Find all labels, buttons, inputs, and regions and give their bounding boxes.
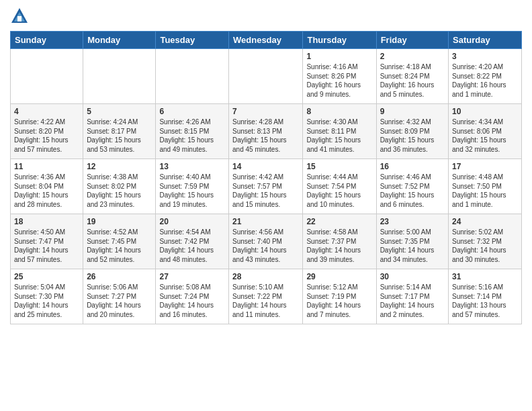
day-info: Sunrise: 5:04 AM Sunset: 7:30 PM Dayligh… — [14, 283, 79, 319]
days-header-row: SundayMondayTuesdayWednesdayThursdayFrid… — [11, 32, 522, 49]
day-cell: 27Sunrise: 5:08 AM Sunset: 7:24 PM Dayli… — [156, 269, 229, 324]
day-cell: 1Sunrise: 4:16 AM Sunset: 8:26 PM Daylig… — [303, 49, 376, 104]
day-cell: 17Sunrise: 4:48 AM Sunset: 7:50 PM Dayli… — [449, 159, 522, 214]
day-cell — [11, 49, 83, 104]
day-number: 19 — [87, 217, 152, 226]
day-info: Sunrise: 4:44 AM Sunset: 7:54 PM Dayligh… — [306, 173, 372, 209]
day-cell: 28Sunrise: 5:10 AM Sunset: 7:22 PM Dayli… — [229, 269, 303, 324]
week-row-3: 11Sunrise: 4:36 AM Sunset: 8:04 PM Dayli… — [11, 159, 522, 214]
day-number: 5 — [87, 107, 152, 116]
header — [10, 7, 522, 26]
day-info: Sunrise: 4:42 AM Sunset: 7:57 PM Dayligh… — [232, 173, 299, 209]
day-cell: 18Sunrise: 4:50 AM Sunset: 7:47 PM Dayli… — [11, 214, 83, 269]
day-cell: 3Sunrise: 4:20 AM Sunset: 8:22 PM Daylig… — [449, 49, 522, 104]
day-number: 3 — [452, 52, 518, 61]
day-info: Sunrise: 4:26 AM Sunset: 8:15 PM Dayligh… — [159, 118, 225, 154]
day-info: Sunrise: 4:50 AM Sunset: 7:47 PM Dayligh… — [14, 228, 79, 264]
day-number: 23 — [380, 217, 445, 226]
day-number: 15 — [306, 162, 372, 171]
day-number: 30 — [380, 272, 445, 281]
day-cell: 22Sunrise: 4:58 AM Sunset: 7:37 PM Dayli… — [303, 214, 376, 269]
week-row-4: 18Sunrise: 4:50 AM Sunset: 7:47 PM Dayli… — [11, 214, 522, 269]
day-info: Sunrise: 5:08 AM Sunset: 7:24 PM Dayligh… — [159, 283, 225, 319]
day-cell: 16Sunrise: 4:46 AM Sunset: 7:52 PM Dayli… — [376, 159, 448, 214]
day-info: Sunrise: 5:02 AM Sunset: 7:32 PM Dayligh… — [452, 228, 518, 264]
day-number: 11 — [14, 162, 79, 171]
day-number: 1 — [306, 52, 372, 61]
day-number: 17 — [452, 162, 518, 171]
day-info: Sunrise: 4:52 AM Sunset: 7:45 PM Dayligh… — [87, 228, 152, 264]
day-number: 18 — [14, 217, 79, 226]
day-info: Sunrise: 5:06 AM Sunset: 7:27 PM Dayligh… — [87, 283, 152, 319]
day-cell — [83, 49, 156, 104]
day-number: 28 — [232, 272, 299, 281]
day-info: Sunrise: 4:32 AM Sunset: 8:09 PM Dayligh… — [380, 118, 445, 154]
day-cell — [156, 49, 229, 104]
day-info: Sunrise: 4:22 AM Sunset: 8:20 PM Dayligh… — [14, 118, 79, 154]
day-info: Sunrise: 4:24 AM Sunset: 8:17 PM Dayligh… — [87, 118, 152, 154]
day-number: 31 — [452, 272, 518, 281]
day-header-friday: Friday — [376, 32, 448, 49]
day-cell: 10Sunrise: 4:34 AM Sunset: 8:06 PM Dayli… — [449, 104, 522, 159]
day-header-tuesday: Tuesday — [156, 32, 229, 49]
day-cell: 11Sunrise: 4:36 AM Sunset: 8:04 PM Dayli… — [11, 159, 83, 214]
day-cell: 8Sunrise: 4:30 AM Sunset: 8:11 PM Daylig… — [303, 104, 376, 159]
day-cell: 23Sunrise: 5:00 AM Sunset: 7:35 PM Dayli… — [376, 214, 448, 269]
logo-icon — [10, 7, 29, 26]
day-cell: 20Sunrise: 4:54 AM Sunset: 7:42 PM Dayli… — [156, 214, 229, 269]
day-header-monday: Monday — [83, 32, 156, 49]
day-info: Sunrise: 4:58 AM Sunset: 7:37 PM Dayligh… — [306, 228, 372, 264]
day-info: Sunrise: 5:10 AM Sunset: 7:22 PM Dayligh… — [232, 283, 299, 319]
day-cell: 6Sunrise: 4:26 AM Sunset: 8:15 PM Daylig… — [156, 104, 229, 159]
day-info: Sunrise: 4:18 AM Sunset: 8:24 PM Dayligh… — [380, 62, 445, 99]
day-info: Sunrise: 4:36 AM Sunset: 8:04 PM Dayligh… — [14, 173, 79, 209]
day-number: 12 — [87, 162, 152, 171]
day-number: 27 — [159, 272, 225, 281]
day-cell: 29Sunrise: 5:12 AM Sunset: 7:19 PM Dayli… — [303, 269, 376, 324]
day-cell: 30Sunrise: 5:14 AM Sunset: 7:17 PM Dayli… — [376, 269, 448, 324]
day-info: Sunrise: 4:16 AM Sunset: 8:26 PM Dayligh… — [306, 62, 372, 99]
day-info: Sunrise: 4:30 AM Sunset: 8:11 PM Dayligh… — [306, 118, 372, 154]
day-number: 2 — [380, 52, 445, 61]
day-number: 16 — [380, 162, 445, 171]
day-info: Sunrise: 5:16 AM Sunset: 7:14 PM Dayligh… — [452, 283, 518, 319]
day-cell: 9Sunrise: 4:32 AM Sunset: 8:09 PM Daylig… — [376, 104, 448, 159]
day-number: 26 — [87, 272, 152, 281]
day-header-saturday: Saturday — [449, 32, 522, 49]
day-number: 13 — [159, 162, 225, 171]
day-number: 10 — [452, 107, 518, 116]
day-info: Sunrise: 4:48 AM Sunset: 7:50 PM Dayligh… — [452, 173, 518, 209]
day-info: Sunrise: 4:54 AM Sunset: 7:42 PM Dayligh… — [159, 228, 225, 264]
week-row-5: 25Sunrise: 5:04 AM Sunset: 7:30 PM Dayli… — [11, 269, 522, 324]
day-cell: 12Sunrise: 4:38 AM Sunset: 8:02 PM Dayli… — [83, 159, 156, 214]
week-row-1: 1Sunrise: 4:16 AM Sunset: 8:26 PM Daylig… — [11, 49, 522, 104]
day-cell: 7Sunrise: 4:28 AM Sunset: 8:13 PM Daylig… — [229, 104, 303, 159]
day-cell: 19Sunrise: 4:52 AM Sunset: 7:45 PM Dayli… — [83, 214, 156, 269]
day-number: 7 — [232, 107, 299, 116]
calendar-table: SundayMondayTuesdayWednesdayThursdayFrid… — [10, 31, 522, 324]
day-number: 8 — [306, 107, 372, 116]
day-cell: 13Sunrise: 4:40 AM Sunset: 7:59 PM Dayli… — [156, 159, 229, 214]
day-info: Sunrise: 4:34 AM Sunset: 8:06 PM Dayligh… — [452, 118, 518, 154]
day-header-wednesday: Wednesday — [229, 32, 303, 49]
day-number: 22 — [306, 217, 372, 226]
day-cell — [229, 49, 303, 104]
day-cell: 31Sunrise: 5:16 AM Sunset: 7:14 PM Dayli… — [449, 269, 522, 324]
day-cell: 5Sunrise: 4:24 AM Sunset: 8:17 PM Daylig… — [83, 104, 156, 159]
day-cell: 24Sunrise: 5:02 AM Sunset: 7:32 PM Dayli… — [449, 214, 522, 269]
day-number: 6 — [159, 107, 225, 116]
day-number: 29 — [306, 272, 372, 281]
day-info: Sunrise: 4:38 AM Sunset: 8:02 PM Dayligh… — [87, 173, 152, 209]
day-info: Sunrise: 5:12 AM Sunset: 7:19 PM Dayligh… — [306, 283, 372, 319]
day-cell: 2Sunrise: 4:18 AM Sunset: 8:24 PM Daylig… — [376, 49, 448, 104]
day-info: Sunrise: 4:46 AM Sunset: 7:52 PM Dayligh… — [380, 173, 445, 209]
day-cell: 14Sunrise: 4:42 AM Sunset: 7:57 PM Dayli… — [229, 159, 303, 214]
day-info: Sunrise: 5:00 AM Sunset: 7:35 PM Dayligh… — [380, 228, 445, 264]
svg-rect-2 — [17, 16, 21, 21]
day-number: 20 — [159, 217, 225, 226]
day-number: 9 — [380, 107, 445, 116]
day-cell: 21Sunrise: 4:56 AM Sunset: 7:40 PM Dayli… — [229, 214, 303, 269]
day-cell: 15Sunrise: 4:44 AM Sunset: 7:54 PM Dayli… — [303, 159, 376, 214]
day-cell: 25Sunrise: 5:04 AM Sunset: 7:30 PM Dayli… — [11, 269, 83, 324]
day-info: Sunrise: 5:14 AM Sunset: 7:17 PM Dayligh… — [380, 283, 445, 319]
